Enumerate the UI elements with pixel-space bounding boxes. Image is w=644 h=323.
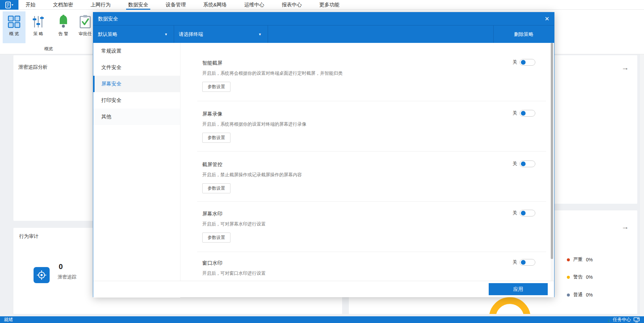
dialog-content: 智能截屏 开启后，系统将会根据你的设置对终端桌面进行定时截屏，并智能归类 参数设…	[180, 43, 554, 281]
setting-section-smart-screenshot: 智能截屏 开启后，系统将会根据你的设置对终端桌面进行定时截屏，并智能归类 参数设…	[202, 60, 541, 92]
param-settings-button[interactable]: 参数设置	[202, 82, 230, 92]
policy-dropdown-value: 默认策略	[98, 31, 117, 38]
setting-section-screen-watermark: 屏幕水印 开启后，可对屏幕水印进行设置 参数设置	[202, 211, 541, 243]
legend-value: 0%	[586, 292, 593, 298]
param-settings-button[interactable]: 参数设置	[202, 233, 230, 243]
screen-recording-toggle[interactable]	[520, 110, 535, 117]
toggle-knob	[521, 162, 526, 166]
task-center-button[interactable]: 任务中心	[613, 317, 631, 323]
hamburger-list-icon	[5, 1, 14, 9]
setting-title: 窗口水印	[202, 260, 541, 266]
sidebar-item-general[interactable]: 常规设置	[93, 43, 180, 59]
section-divider	[197, 101, 546, 101]
menu-item-ops-center[interactable]: 运维中心	[242, 0, 266, 10]
menu-item-doc-encrypt[interactable]: 文档加密	[51, 0, 75, 10]
screen-watermark-toggle[interactable]	[520, 210, 535, 216]
setting-section-window-watermark: 窗口水印 开启后，可对窗口水印进行设置	[202, 260, 541, 276]
terminal-dropdown[interactable]: 请选择终端 ▼	[174, 25, 268, 43]
param-settings-button[interactable]: 参数设置	[202, 183, 230, 193]
menu-item-device-mgmt[interactable]: 设备管理	[164, 0, 188, 10]
page-scrollbar[interactable]	[640, 54, 644, 316]
menu-item-web-behavior[interactable]: 上网行为	[89, 0, 113, 10]
param-settings-button[interactable]: 参数设置	[202, 133, 230, 143]
dialog-sidebar: 常规设置 文件安全 屏幕安全 打印安全 其他	[93, 43, 180, 298]
status-bar: 就绪 ↓ 任务中心	[0, 316, 644, 323]
dialog-titlebar: 数据安全 ✕	[93, 12, 554, 25]
ribbon-button-label: 审批任	[79, 31, 92, 37]
app-window: 开始 文档加密 上网行为 数据安全 设备管理 系统&网络 运维中心 报表中心 更…	[0, 0, 644, 323]
delete-policy-button[interactable]: 删除策略	[493, 25, 554, 43]
legend-item-warning: 警告 0%	[567, 274, 593, 280]
ribbon-button-alert[interactable]: 告 警	[53, 11, 74, 43]
smart-screenshot-toggle[interactable]	[520, 59, 535, 66]
sidebar-item-print-security[interactable]: 打印安全	[93, 92, 180, 109]
toggle-row: 关	[513, 210, 535, 216]
toggle-row: 关	[513, 160, 535, 167]
scrollbar-thumb[interactable]	[551, 43, 553, 259]
toggle-knob	[521, 111, 526, 116]
section-divider	[197, 151, 546, 151]
dialog-toolbar: 默认策略 ▼ 请选择终端 ▼ 删除策略	[93, 25, 554, 43]
menu-item-data-security[interactable]: 数据安全	[126, 0, 150, 10]
policy-dropdown[interactable]: 默认策略 ▼	[93, 25, 174, 43]
arrow-icon[interactable]: →	[622, 223, 629, 231]
severe-dot-icon	[567, 258, 570, 261]
donut-chart	[489, 297, 531, 314]
ribbon-button-policy[interactable]: 策 略	[28, 11, 49, 43]
setting-section-screen-recording: 屏幕录像 开启后，系统将根据你的设置对终端的屏幕进行录像 参数设置	[202, 111, 541, 143]
setting-description: 开启后，可对屏幕水印进行设置	[202, 221, 541, 227]
ribbon-button-overview[interactable]: 概 览	[3, 11, 25, 43]
approval-clipboard-icon	[79, 14, 92, 29]
ribbon-button-label: 告 警	[58, 31, 68, 37]
warning-dot-icon	[567, 276, 570, 279]
sidebar-item-other[interactable]: 其他	[93, 109, 180, 125]
toggle-knob	[521, 60, 526, 65]
dialog-footer: 应用	[93, 281, 554, 297]
sidebar-item-screen-security[interactable]: 屏幕安全	[93, 76, 180, 92]
terminal-dropdown-placeholder: 请选择终端	[179, 31, 203, 38]
legend-label: 警告	[573, 274, 583, 280]
sidebar-item-file-security[interactable]: 文件安全	[93, 59, 180, 76]
setting-title: 截屏管控	[202, 162, 541, 168]
monitor-icon[interactable]	[634, 317, 640, 322]
legend-label: 普通	[573, 292, 583, 298]
menu-item-report-center[interactable]: 报表中心	[280, 0, 304, 10]
toggle-state-label: 关	[513, 259, 517, 265]
menu-item-system-network[interactable]: 系统&网络	[201, 0, 229, 10]
apply-button[interactable]: 应用	[489, 283, 548, 295]
legend-label: 严重	[573, 257, 583, 263]
legend-item-severe: 严重 0%	[567, 257, 593, 263]
window-watermark-toggle[interactable]	[520, 259, 535, 266]
setting-section-screenshot-control: 截屏管控 开启后，禁止截屏操作或记录截屏操作的屏幕内容 参数设置	[202, 162, 541, 193]
legend-item-normal: 普通 0%	[567, 292, 593, 298]
close-icon[interactable]: ✕	[545, 12, 549, 25]
overview-grid-icon	[8, 14, 20, 29]
setting-description: 开启后，系统将根据你的设置对终端的屏幕进行录像	[202, 121, 541, 127]
toggle-knob	[521, 260, 526, 265]
toolbar-divider	[268, 25, 268, 43]
toggle-knob	[521, 211, 526, 215]
arrow-icon[interactable]: →	[622, 64, 629, 71]
setting-description: 开启后，禁止截屏操作或记录截屏操作的屏幕内容	[202, 172, 541, 178]
toggle-state-label: 关	[513, 59, 517, 65]
menu-bar: 开始 文档加密 上网行为 数据安全 设备管理 系统&网络 运维中心 报表中心 更…	[0, 0, 644, 10]
toggle-state-label: 关	[513, 210, 517, 216]
screenshot-control-toggle[interactable]	[520, 160, 535, 167]
setting-title: 屏幕水印	[202, 211, 541, 217]
main-menu: 开始 文档加密 上网行为 数据安全 设备管理 系统&网络 运维中心 报表中心 更…	[23, 0, 341, 10]
normal-dot-icon	[567, 294, 570, 297]
modal-scrollbar[interactable]	[551, 43, 553, 281]
menu-item-more[interactable]: 更多功能	[317, 0, 341, 10]
toggle-row: 关	[513, 110, 535, 117]
chevron-down-icon: ▼	[258, 33, 262, 36]
alert-bell-icon	[57, 14, 70, 29]
setting-title: 屏幕录像	[202, 111, 541, 117]
status-bar-right: ↓ 任务中心	[608, 317, 640, 323]
app-menu-button[interactable]	[0, 0, 18, 10]
section-divider	[197, 252, 546, 252]
setting-title: 智能截屏	[202, 60, 541, 66]
menu-item-start[interactable]: 开始	[23, 0, 38, 10]
toggle-row: 关	[513, 59, 535, 66]
ribbon-group-label: 概览	[0, 46, 97, 52]
ribbon-button-label: 概 览	[9, 31, 19, 37]
